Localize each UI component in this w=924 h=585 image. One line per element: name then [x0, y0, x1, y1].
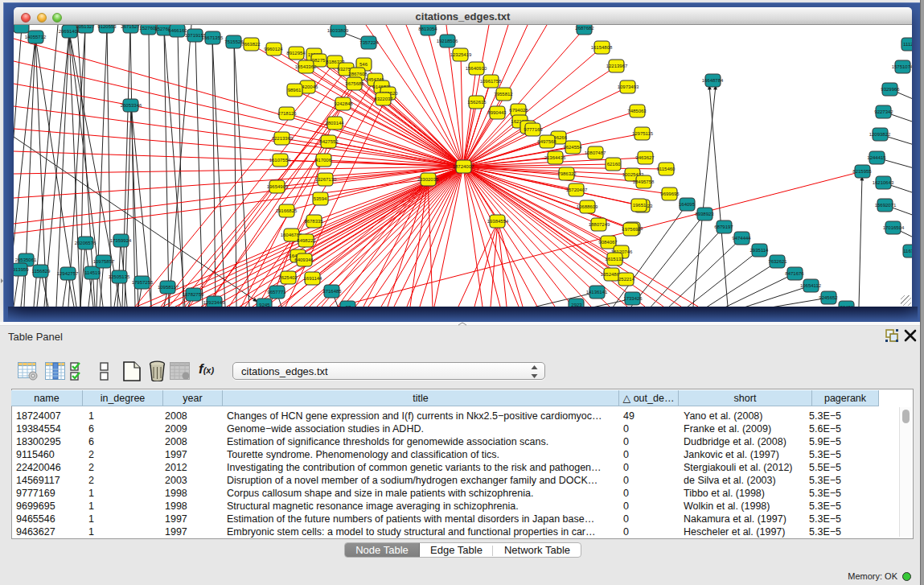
svg-text:1615132: 1615132: [605, 257, 624, 262]
svg-text:7663822: 7663822: [241, 42, 261, 47]
svg-text:21364436: 21364436: [544, 155, 566, 160]
svg-text:19384554: 19384554: [487, 219, 509, 224]
svg-text:12923446: 12923446: [203, 300, 225, 305]
svg-text:13267130: 13267130: [315, 177, 337, 182]
svg-text:3624554: 3624554: [563, 145, 582, 150]
svg-text:10973493: 10973493: [618, 84, 639, 89]
svg-text:9245652: 9245652: [819, 295, 838, 300]
svg-text:14136141: 14136141: [586, 290, 608, 295]
svg-text:26053346: 26053346: [121, 103, 142, 108]
svg-text:12213967: 12213967: [606, 64, 628, 68]
svg-text:1562615: 1562615: [467, 100, 487, 105]
svg-text:9474444: 9474444: [732, 236, 751, 241]
svg-text:9329966: 9329966: [881, 87, 900, 92]
svg-text:2867608: 2867608: [348, 72, 368, 76]
svg-text:12213369: 12213369: [272, 136, 294, 141]
svg-text:3716485: 3716485: [322, 289, 342, 294]
svg-text:20206576: 20206576: [75, 241, 97, 245]
svg-text:26535061: 26535061: [15, 257, 37, 262]
svg-text:9777169: 9777169: [524, 127, 543, 132]
svg-text:2718126: 2718126: [277, 111, 297, 116]
svg-text:8215955: 8215955: [852, 169, 872, 174]
svg-text:15720407: 15720407: [566, 187, 588, 192]
svg-text:7986322: 7986322: [557, 171, 577, 176]
svg-text:1733426: 1733426: [623, 296, 643, 301]
svg-text:11123: 11123: [903, 42, 912, 47]
svg-text:16671355: 16671355: [202, 35, 224, 40]
svg-text:9115460: 9115460: [657, 167, 676, 171]
svg-text:17957255: 17957255: [132, 280, 154, 285]
svg-text:8990443: 8990443: [487, 110, 507, 115]
svg-text:5498222: 5498222: [297, 238, 316, 243]
svg-text:8322037: 8322037: [374, 97, 393, 101]
svg-text:8813054: 8813054: [418, 27, 437, 31]
svg-text:2935114: 2935114: [750, 248, 770, 253]
svg-text:17016504: 17016504: [883, 225, 905, 230]
svg-text:10654112: 10654112: [800, 283, 822, 288]
svg-text:7625402: 7625402: [278, 275, 298, 280]
svg-text:1244415: 1244415: [867, 155, 886, 160]
svg-text:8912954: 8912954: [286, 51, 306, 56]
svg-text:19654905: 19654905: [267, 184, 289, 189]
svg-text:8471676: 8471676: [785, 271, 804, 276]
svg-text:15692071: 15692071: [875, 203, 897, 208]
svg-text:97: 97: [346, 305, 351, 307]
svg-text:19651: 19651: [633, 203, 647, 208]
svg-text:15640910: 15640910: [466, 66, 487, 71]
svg-text:9084067: 9084067: [598, 240, 618, 245]
svg-text:6409346: 6409346: [294, 257, 314, 262]
svg-text:1156829: 1156829: [32, 269, 51, 274]
svg-text:8678335: 8678335: [304, 219, 323, 224]
svg-text:8938923: 8938923: [695, 212, 714, 216]
svg-text:2671527: 2671527: [121, 25, 140, 29]
svg-text:16648784: 16648784: [702, 78, 724, 83]
svg-text:7955812: 7955812: [494, 92, 513, 97]
svg-text:6794028: 6794028: [509, 108, 528, 113]
svg-text:2923: 2923: [571, 303, 582, 307]
svg-text:12942757: 12942757: [57, 271, 79, 276]
svg-text:23302035: 23302035: [417, 177, 439, 182]
svg-text:16107554: 16107554: [269, 158, 291, 163]
svg-text:417006: 417006: [315, 158, 332, 163]
svg-text:12325419: 12325419: [450, 52, 472, 57]
svg-text:62160: 62160: [607, 162, 621, 167]
svg-text:9120553: 9120553: [97, 25, 117, 29]
svg-text:7485063: 7485063: [627, 109, 647, 113]
svg-text:98961: 98961: [288, 88, 302, 93]
svg-text:7632621: 7632621: [768, 259, 787, 264]
svg-text:1691144: 1691144: [304, 276, 323, 281]
svg-text:546: 546: [359, 62, 368, 67]
svg-text:1975692: 1975692: [622, 227, 641, 232]
svg-text:10033809: 10033809: [327, 28, 349, 33]
svg-text:20691406: 20691406: [59, 29, 80, 34]
svg-text:10961758: 10961758: [480, 79, 502, 84]
svg-text:16543362: 16543362: [295, 64, 317, 69]
svg-text:14055712: 14055712: [25, 35, 47, 39]
svg-text:19218506: 19218506: [437, 39, 458, 43]
svg-text:53594: 53594: [314, 196, 327, 201]
svg-text:98275: 98275: [312, 58, 326, 63]
svg-text:3675685: 3675685: [345, 81, 364, 86]
svg-text:9227342: 9227342: [874, 109, 893, 114]
svg-text:17359924: 17359924: [110, 238, 132, 243]
svg-text:7357224: 7357224: [359, 40, 379, 45]
svg-text:8427552: 8427552: [319, 139, 339, 144]
svg-text:9699695: 9699695: [660, 192, 680, 196]
svg-text:116753: 116753: [903, 249, 912, 253]
svg-text:19166825: 19166825: [276, 208, 298, 213]
svg-text:10688609: 10688609: [577, 204, 598, 209]
svg-text:10958117: 10958117: [158, 285, 179, 290]
svg-text:16154808: 16154808: [591, 45, 613, 50]
svg-text:10975857: 10975857: [93, 259, 115, 264]
svg-text:2803144: 2803144: [325, 121, 344, 126]
svg-text:9245: 9245: [259, 303, 270, 307]
svg-text:9657771: 9657771: [267, 290, 286, 295]
svg-text:6497568: 6497568: [537, 139, 556, 144]
svg-text:10807487: 10807487: [585, 150, 606, 155]
svg-text:1051327: 1051327: [76, 25, 95, 29]
svg-text:3913959: 3913959: [14, 267, 29, 272]
svg-text:92456: 92456: [840, 305, 854, 307]
svg-text:18807249: 18807249: [589, 222, 610, 227]
svg-text:114519: 114519: [84, 270, 101, 275]
svg-text:15751074: 15751074: [892, 64, 912, 69]
